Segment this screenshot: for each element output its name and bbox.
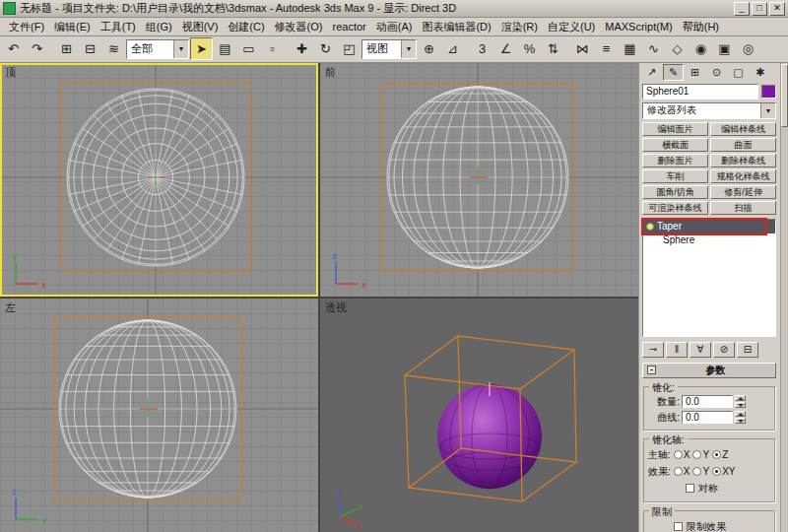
configure-stack-icon[interactable]: ⊟	[737, 342, 758, 358]
menu-maxscript[interactable]: MAXScript(M)	[600, 20, 677, 33]
select-object-button[interactable]: ➤	[190, 37, 213, 60]
modifier-button-surface[interactable]: 曲面	[710, 138, 776, 152]
radio-effect-xy[interactable]: XY	[712, 466, 735, 477]
close-button[interactable]: ✕	[769, 2, 785, 16]
select-by-name-icon[interactable]: ▤	[214, 37, 236, 60]
select-rotate-icon[interactable]: ↻	[314, 37, 337, 60]
modifier-button-renderable-spline[interactable]: 可渲染样条线	[642, 201, 708, 215]
viewport-top[interactable]: 顶	[0, 63, 318, 297]
material-editor-icon[interactable]: ◉	[690, 37, 712, 60]
modifier-button-fillet-chamfer[interactable]: 圆角/切角	[642, 185, 708, 199]
limit-effect-checkbox[interactable]	[674, 522, 683, 531]
maximize-button[interactable]: □	[752, 2, 767, 16]
window-crossing-icon[interactable]: ▫	[261, 37, 284, 60]
menu-modifiers[interactable]: 修改器(O)	[270, 19, 328, 35]
modifier-button-sweep[interactable]: 扫描	[710, 201, 776, 215]
panel-scrollbar-thumb[interactable]	[781, 64, 788, 127]
rect-region-icon[interactable]: ▭	[237, 37, 260, 60]
curve-field[interactable]: 0.0	[682, 411, 733, 424]
symmetry-checkbox[interactable]	[686, 484, 694, 493]
parameters-rollout-header[interactable]: - 参数	[642, 363, 776, 378]
menu-group[interactable]: 组(G)	[141, 19, 177, 35]
modifier-stack[interactable]: Taper Sphere	[642, 219, 776, 337]
curve-spinner[interactable]	[735, 411, 746, 424]
mirror-icon[interactable]: ⋈	[571, 37, 594, 60]
radio-effect-y[interactable]: Y	[692, 466, 709, 477]
reference-coordinate-combo[interactable]: 视图 ▼	[361, 39, 417, 59]
menu-tools[interactable]: 工具(T)	[96, 19, 141, 35]
collapse-icon[interactable]: -	[647, 366, 656, 374]
menu-help[interactable]: 帮助(H)	[678, 19, 724, 35]
menu-edit[interactable]: 编辑(E)	[49, 19, 96, 35]
chevron-down-icon[interactable]: ▼	[401, 40, 416, 58]
viewport-perspective-label[interactable]: 透视	[325, 300, 347, 315]
viewport-left-label[interactable]: 左	[5, 300, 16, 315]
minimize-button[interactable]: _	[734, 2, 750, 16]
menu-create[interactable]: 创建(C)	[223, 19, 269, 35]
bind-to-space-warp-icon[interactable]: ≋	[102, 37, 125, 60]
object-color-swatch[interactable]	[761, 85, 776, 99]
percent-snap-icon[interactable]: %	[518, 37, 541, 60]
front-viewport-canvas[interactable]: x z	[320, 63, 638, 297]
menu-customize[interactable]: 自定义(U)	[543, 19, 600, 35]
tab-modify-icon[interactable]: ✎	[663, 64, 684, 81]
select-scale-icon[interactable]: ◰	[338, 37, 361, 60]
tab-utilities-icon[interactable]: ✱	[750, 64, 770, 81]
align-icon[interactable]: ≡	[595, 37, 618, 60]
pin-stack-icon[interactable]: ⊸	[642, 342, 664, 358]
render-setup-icon[interactable]: ▣	[713, 37, 736, 60]
select-manipulate-icon[interactable]: ⊿	[441, 37, 464, 60]
radio-primary-y[interactable]: Y	[692, 449, 709, 460]
viewport-left[interactable]: 左	[0, 299, 318, 532]
select-move-icon[interactable]: ✚	[291, 37, 313, 60]
viewport-front-label[interactable]: 前	[325, 65, 336, 80]
stack-item-sphere[interactable]: Sphere	[643, 233, 775, 247]
modifier-button-delete-patch[interactable]: 删除面片	[642, 154, 708, 167]
modifier-button-delete-spline[interactable]: 删除样条线	[710, 154, 776, 167]
panel-scrollbar[interactable]	[780, 63, 788, 532]
object-name-field[interactable]: Sphere01	[642, 84, 758, 100]
modifier-button-cross-section[interactable]: 横截面	[642, 138, 708, 152]
curve-editor-icon[interactable]: ∿	[642, 37, 665, 60]
snap-toggle-icon[interactable]: 3	[471, 37, 493, 60]
amount-field[interactable]: 0.0	[682, 395, 733, 408]
tab-hierarchy-icon[interactable]: ⊞	[685, 64, 705, 81]
chevron-down-icon[interactable]: ▼	[760, 103, 775, 118]
modifier-button-edit-spline[interactable]: 编辑样条线	[710, 122, 776, 136]
top-viewport-canvas[interactable]: x y	[0, 63, 318, 297]
viewport-perspective[interactable]: 透视	[320, 299, 638, 532]
selection-filter-combo[interactable]: 全部 ▼	[126, 39, 189, 59]
left-viewport-canvas[interactable]: y z	[0, 299, 318, 532]
tab-create-icon[interactable]: ↗	[641, 64, 662, 81]
unlink-selection-icon[interactable]: ⊟	[79, 37, 101, 60]
viewport-front[interactable]: 前	[320, 63, 638, 297]
schematic-view-icon[interactable]: ◇	[666, 37, 689, 60]
remove-modifier-icon[interactable]: ⊘	[713, 342, 735, 358]
tab-display-icon[interactable]: ▢	[728, 64, 749, 81]
menu-reactor[interactable]: reactor	[328, 20, 371, 33]
redo-icon[interactable]: ↷	[26, 37, 48, 60]
modifier-button-lathe[interactable]: 车削	[642, 169, 708, 183]
modifier-button-normalize-spline[interactable]: 规格化样条线	[710, 169, 776, 183]
quick-render-icon[interactable]: ◎	[737, 37, 759, 60]
radio-effect-x[interactable]: X	[674, 466, 690, 477]
amount-spinner[interactable]	[735, 395, 746, 408]
chevron-down-icon[interactable]: ▼	[173, 40, 188, 58]
menu-views[interactable]: 视图(V)	[177, 19, 224, 35]
make-unique-icon[interactable]: ∀	[690, 342, 711, 358]
radio-primary-x[interactable]: X	[674, 449, 690, 460]
menu-animation[interactable]: 动画(A)	[371, 19, 418, 35]
menu-graph-editors[interactable]: 图表编辑器(D)	[417, 19, 495, 35]
perspective-viewport-canvas[interactable]: x y z	[320, 299, 638, 532]
radio-primary-z[interactable]: Z	[712, 449, 728, 460]
modifier-button-edit-patch[interactable]: 编辑面片	[642, 122, 708, 136]
tab-motion-icon[interactable]: ⊙	[706, 64, 727, 81]
viewport-top-label[interactable]: 顶	[5, 65, 16, 80]
menu-rendering[interactable]: 渲染(R)	[496, 19, 543, 35]
modifier-list-dropdown[interactable]: 修改器列表 ▼	[642, 102, 776, 119]
modifier-button-trim-extend[interactable]: 修剪/延伸	[710, 185, 776, 199]
stack-item-taper[interactable]: Taper	[643, 220, 775, 233]
layer-manager-icon[interactable]: ▦	[619, 37, 641, 60]
undo-icon[interactable]: ↶	[2, 37, 25, 60]
show-end-result-icon[interactable]: ‖	[666, 342, 688, 358]
